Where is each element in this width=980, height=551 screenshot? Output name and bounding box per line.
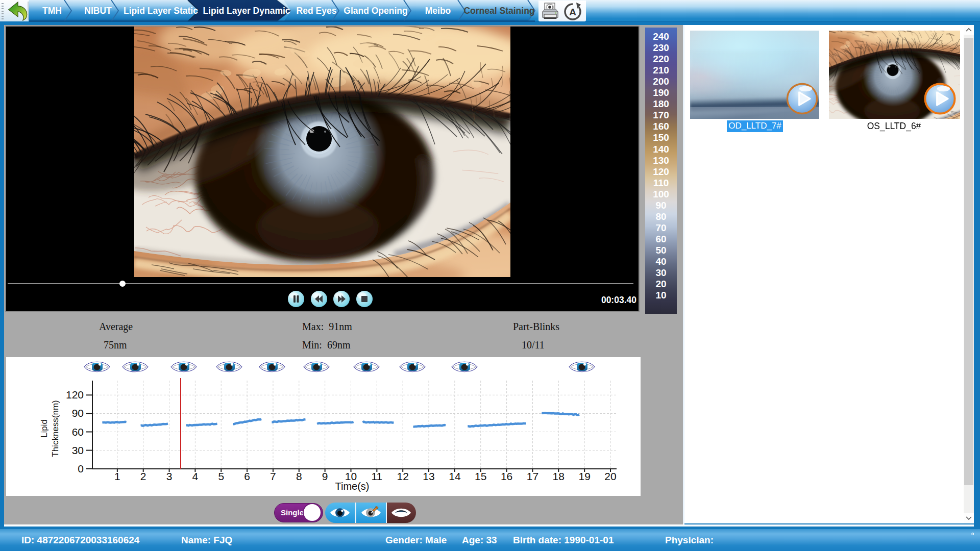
- svg-text:Corneal Staining: Corneal Staining: [463, 6, 534, 16]
- svg-text:4: 4: [192, 470, 199, 482]
- svg-text:Time(s): Time(s): [335, 481, 369, 492]
- svg-text:8: 8: [296, 470, 302, 482]
- svg-text:Lipid: Lipid: [39, 419, 49, 438]
- svg-text:14: 14: [449, 470, 461, 482]
- svg-text:19: 19: [578, 470, 590, 482]
- svg-text:30: 30: [72, 444, 84, 456]
- svg-text:90: 90: [72, 407, 84, 419]
- svg-text:NIBUT: NIBUT: [84, 6, 112, 16]
- svg-text:5: 5: [218, 470, 224, 482]
- svg-text:9: 9: [322, 470, 328, 482]
- svg-text:120: 120: [66, 389, 84, 400]
- svg-text:17: 17: [527, 470, 538, 482]
- svg-text:Thickness(nm): Thickness(nm): [51, 400, 60, 457]
- svg-text:11: 11: [371, 470, 382, 482]
- svg-text:16: 16: [501, 470, 512, 482]
- svg-text:Lipid Layer Dynamic: Lipid Layer Dynamic: [203, 6, 290, 16]
- svg-text:A: A: [569, 7, 576, 17]
- svg-text:2: 2: [140, 470, 146, 482]
- svg-text:15: 15: [475, 470, 486, 482]
- svg-text:1: 1: [114, 470, 120, 482]
- svg-text:3: 3: [166, 470, 173, 482]
- svg-text:TMH: TMH: [42, 6, 62, 16]
- svg-text:Gland Opening: Gland Opening: [344, 6, 407, 16]
- svg-text:Lipid Layer Static: Lipid Layer Static: [124, 6, 198, 16]
- svg-text:Meibo: Meibo: [425, 6, 451, 16]
- svg-text:Red Eyes: Red Eyes: [297, 6, 337, 16]
- svg-text:7: 7: [270, 470, 276, 482]
- svg-text:0: 0: [78, 463, 84, 474]
- svg-text:20: 20: [604, 470, 616, 482]
- svg-text:60: 60: [72, 426, 84, 438]
- svg-text:6: 6: [244, 470, 250, 482]
- svg-text:13: 13: [423, 470, 434, 482]
- svg-text:12: 12: [397, 470, 409, 482]
- svg-text:18: 18: [553, 470, 565, 482]
